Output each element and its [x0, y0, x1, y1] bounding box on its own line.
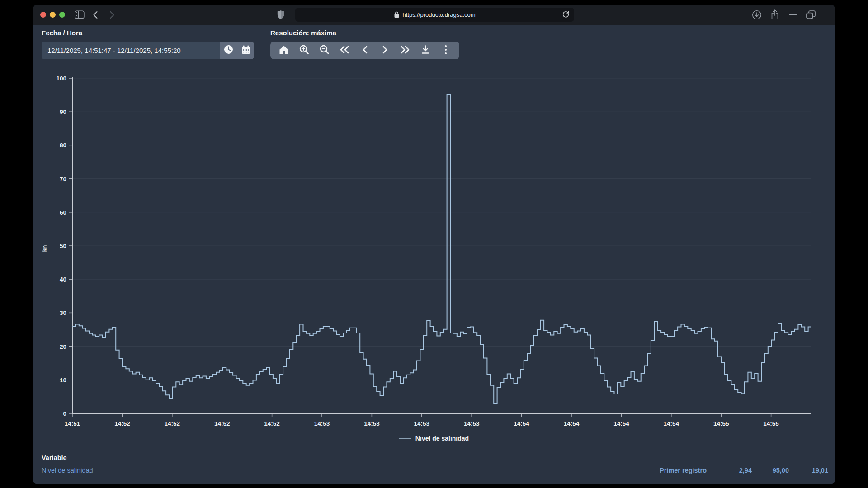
chart-legend[interactable]: Nivel de salinidad [33, 435, 835, 442]
url-text: https://producto.dragsa.com [402, 11, 475, 18]
zoom-in-icon [299, 44, 310, 57]
tab-overview-icon[interactable] [803, 5, 818, 25]
svg-text:60: 60 [60, 209, 66, 216]
kebab-menu-icon [444, 44, 448, 57]
svg-text:14:53: 14:53 [314, 420, 330, 427]
svg-text:50: 50 [60, 243, 66, 249]
calendar-icon [241, 45, 251, 56]
fast-forward-icon [400, 45, 410, 56]
svg-text:14:54: 14:54 [613, 420, 629, 427]
time-picker-button[interactable] [220, 42, 237, 59]
calendar-picker-button[interactable] [237, 42, 254, 59]
svg-text:90: 90 [60, 108, 66, 115]
fast-backward-button[interactable] [335, 42, 354, 59]
legend-line-swatch [399, 438, 411, 439]
fast-backward-icon [339, 45, 350, 56]
step-forward-icon [382, 45, 389, 56]
svg-text:14:52: 14:52 [114, 420, 130, 427]
zoom-in-button[interactable] [295, 42, 313, 59]
salinity-chart[interactable]: 010203040506070809010014:5114:5214:5214:… [33, 68, 835, 445]
svg-text:14:55: 14:55 [763, 420, 779, 427]
refresh-icon[interactable] [562, 10, 570, 19]
lock-icon [394, 11, 400, 18]
download-button[interactable] [416, 42, 434, 59]
traffic-lights [40, 12, 65, 18]
svg-text:14:53: 14:53 [414, 420, 430, 427]
svg-text:30: 30 [60, 310, 66, 316]
browser-window: https://producto.dragsa.com [33, 5, 835, 484]
chart-canvas[interactable]: 010203040506070809010014:5114:5214:5214:… [33, 68, 835, 445]
step-backward-icon [361, 45, 368, 56]
downloads-icon[interactable] [750, 5, 764, 25]
forward-icon[interactable] [106, 5, 118, 25]
browser-toolbar: https://producto.dragsa.com [33, 5, 835, 25]
shield-icon[interactable] [274, 5, 287, 25]
svg-text:20: 20 [60, 343, 66, 350]
datetime-range-control [42, 42, 254, 59]
minimize-window-button[interactable] [50, 12, 56, 18]
zoom-window-button[interactable] [59, 12, 65, 18]
legend-label[interactable]: Nivel de salinidad [415, 435, 469, 442]
share-icon[interactable] [768, 5, 782, 25]
home-icon [278, 45, 289, 56]
svg-text:14:52: 14:52 [264, 420, 280, 427]
clock-icon [223, 44, 234, 56]
svg-text:0: 0 [63, 410, 66, 417]
svg-text:14:54: 14:54 [564, 420, 580, 427]
svg-text:14:54: 14:54 [514, 420, 529, 427]
stat-max-value: 95,00 [752, 467, 789, 474]
back-icon[interactable] [90, 5, 101, 25]
svg-text:kn: kn [42, 245, 48, 252]
datetime-section-label: Fecha / Hora [42, 29, 82, 37]
svg-text:14:52: 14:52 [214, 420, 230, 427]
download-icon [420, 45, 430, 56]
svg-text:14:53: 14:53 [464, 420, 480, 427]
svg-text:14:53: 14:53 [364, 420, 380, 427]
svg-text:14:51: 14:51 [65, 420, 80, 427]
new-tab-icon[interactable] [786, 5, 800, 25]
stat-min-value: 2,94 [707, 467, 752, 474]
zoom-out-icon [319, 44, 330, 57]
svg-text:10: 10 [60, 377, 66, 384]
svg-text:80: 80 [60, 142, 66, 149]
zoom-out-button[interactable] [316, 42, 334, 59]
chart-toolbar [270, 42, 459, 59]
svg-text:100: 100 [56, 75, 66, 82]
svg-text:40: 40 [60, 276, 66, 283]
sidebar-icon[interactable] [73, 5, 86, 25]
stats-row: Primer registro 2,94 95,00 19,01 [607, 467, 828, 474]
variable-column-header: Variable [42, 454, 67, 461]
variable-name-link[interactable]: Nivel de salinidad [42, 467, 93, 474]
step-forward-button[interactable] [376, 42, 394, 59]
datetime-range-input[interactable] [42, 42, 220, 59]
svg-text:14:52: 14:52 [165, 420, 180, 427]
step-backward-button[interactable] [356, 42, 374, 59]
stat-avg-value: 19,01 [789, 467, 828, 474]
address-bar[interactable]: https://producto.dragsa.com [295, 8, 574, 22]
resolution-label: Resolución: máxima [270, 29, 336, 37]
first-record-label[interactable]: Primer registro [607, 467, 707, 474]
svg-text:14:55: 14:55 [713, 420, 729, 427]
more-options-button[interactable] [437, 42, 455, 59]
home-button[interactable] [275, 42, 293, 59]
fast-forward-button[interactable] [396, 42, 414, 59]
close-window-button[interactable] [40, 12, 46, 18]
svg-text:14:54: 14:54 [664, 420, 679, 427]
svg-text:70: 70 [60, 176, 66, 183]
